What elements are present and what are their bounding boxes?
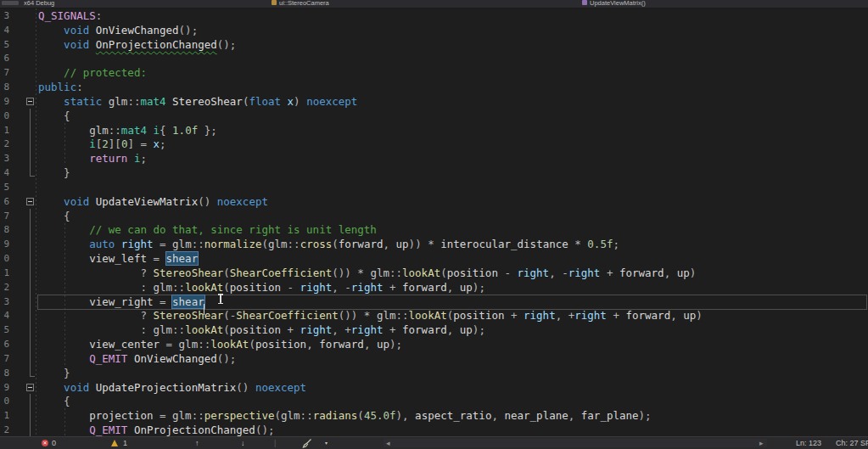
warning-icon[interactable] (111, 440, 118, 446)
code-line[interactable]: 2 Q_EMIT OnProjectionChanged(); (0, 423, 868, 437)
code-line[interactable]: 4 ? StereoShear(-ShearCoefficient()) * g… (0, 308, 868, 323)
code-line[interactable]: 9 static glm::mat4 StereoShear(float x) … (0, 94, 868, 109)
fold-region-line (30, 295, 31, 309)
code-line[interactable]: 7 { (0, 209, 868, 223)
fold-region-line (30, 209, 31, 223)
code-line[interactable]: 6 view_center = glm::lookAt(position, fo… (0, 337, 868, 351)
line-number[interactable]: 0 (0, 252, 9, 265)
line-number[interactable]: 6 (0, 52, 9, 65)
line-number[interactable]: 4 (0, 309, 9, 322)
scroll-left-arrow[interactable]: ◂ (386, 437, 390, 449)
code-line[interactable]: 2 : glm::lookAt(position - right, -right… (0, 280, 868, 295)
code-line[interactable]: 9 auto right = glm::normalize(glm::cross… (0, 237, 868, 251)
configuration-dropdown[interactable]: x64 Debug (24, 0, 54, 8)
line-indicator[interactable]: Ln: 123 (796, 437, 821, 449)
line-number[interactable]: 8 (0, 81, 9, 93)
cleanup-dropdown-arrow[interactable]: ▾ (325, 437, 328, 449)
fold-region-line (30, 308, 31, 323)
code-line[interactable]: 1 glm::mat4 i{ 1.0f }; (0, 123, 868, 138)
code-line[interactable]: 8 } (0, 366, 868, 380)
line-number[interactable]: 1 (0, 409, 9, 422)
scroll-right-arrow[interactable]: ▸ (759, 437, 764, 449)
line-number[interactable]: 9 (0, 238, 9, 250)
code-text: { (38, 394, 70, 408)
code-line[interactable]: 8public: (0, 80, 868, 94)
column-indicator[interactable]: Ch: 27 (836, 437, 859, 449)
line-number[interactable]: 1 (0, 124, 9, 137)
code-line[interactable]: 3Q_SIGNALS: (0, 8, 868, 23)
line-number[interactable]: 2 (0, 138, 9, 150)
code-line[interactable]: 5 void OnProjectionChanged(); (0, 37, 868, 52)
line-number[interactable]: 0 (0, 395, 9, 407)
code-line[interactable]: 3 view_right = shear (0, 295, 868, 309)
fold-region-line (30, 166, 31, 176)
line-number[interactable]: 5 (0, 181, 9, 194)
line-number[interactable]: 4 (0, 166, 9, 179)
code-text: } (38, 166, 70, 180)
line-number[interactable]: 2 (0, 424, 9, 436)
line-number[interactable]: 9 (0, 381, 9, 394)
class-icon (272, 0, 277, 5)
code-line[interactable]: 4 void OnViewChanged(); (0, 23, 868, 37)
code-line[interactable]: 0 { (0, 109, 868, 123)
line-number[interactable]: 2 (0, 281, 9, 294)
code-line[interactable]: 1 projection = glm::perspective(glm::rad… (0, 408, 868, 423)
code-line[interactable]: 0 view_left = shear (0, 251, 868, 266)
warning-count[interactable]: 1 (123, 437, 127, 449)
code-text: void OnProjectionChanged(); (38, 37, 236, 52)
line-number[interactable]: 3 (0, 9, 9, 22)
line-number[interactable]: 1 (0, 267, 9, 279)
fold-collapse-icon[interactable] (26, 198, 34, 205)
next-issue-button[interactable]: ↓ (241, 437, 245, 449)
code-text: void UpdateViewMatrix() noexcept (38, 194, 268, 209)
line-number[interactable]: 3 (0, 295, 9, 308)
code-line[interactable]: 5 : glm::lookAt(position + right, +right… (0, 323, 868, 337)
line-number[interactable]: 9 (0, 95, 9, 108)
fold-region-line (30, 109, 31, 123)
code-line[interactable]: 8 // we can do that, since right is unit… (0, 222, 868, 237)
code-line[interactable]: 3 return i; (0, 151, 868, 166)
fold-collapse-icon[interactable] (26, 98, 34, 105)
member-dropdown[interactable]: UpdateViewMatrix() (582, 0, 646, 8)
code-text: { (38, 109, 70, 123)
code-text: public: (38, 80, 83, 94)
error-icon[interactable]: ✕ (42, 440, 48, 446)
error-count[interactable]: 0 (52, 437, 56, 449)
fold-collapse-icon[interactable] (26, 384, 34, 391)
code-text: glm::mat4 i{ 1.0f }; (38, 123, 217, 138)
code-line[interactable]: 6 void UpdateViewMatrix() noexcept (0, 194, 868, 209)
line-number[interactable]: 7 (0, 352, 9, 365)
line-number[interactable]: 4 (0, 24, 9, 36)
code-text: auto right = glm::normalize(glm::cross(f… (38, 237, 619, 251)
code-line[interactable]: 7 Q_EMIT OnViewChanged(); (0, 351, 868, 366)
code-line[interactable]: 6 (0, 51, 868, 65)
line-number[interactable]: 5 (0, 38, 9, 51)
code-editor[interactable]: 3Q_SIGNALS:4 void OnViewChanged();5 void… (0, 8, 868, 437)
code-cleanup-broom-icon[interactable] (302, 439, 312, 449)
code-line[interactable]: 4 } (0, 166, 868, 180)
separator: | (274, 437, 276, 449)
horizontal-scrollbar[interactable] (384, 439, 767, 447)
code-line[interactable]: 7 // protected: (0, 65, 868, 80)
line-number[interactable]: 7 (0, 210, 9, 222)
line-number[interactable]: 8 (0, 367, 9, 379)
line-number[interactable]: 5 (0, 323, 9, 336)
code-text: // we can do that, since right is unit l… (38, 222, 377, 237)
line-number[interactable]: 6 (0, 338, 9, 351)
code-line[interactable]: 2 i[2][0] = x; (0, 137, 868, 151)
code-text: : glm::lookAt(position - right, -right +… (38, 280, 485, 295)
code-line[interactable]: 1 ? StereoShear(ShearCoefficient()) * gl… (0, 266, 868, 280)
line-number[interactable]: 6 (0, 195, 9, 208)
code-line[interactable]: 0 { (0, 394, 868, 408)
previous-issue-button[interactable]: ↑ (195, 437, 199, 449)
code-text: return i; (38, 151, 147, 166)
encoding-indicator[interactable]: SPC (860, 437, 868, 449)
line-number[interactable]: 7 (0, 66, 9, 79)
code-line[interactable]: 5 (0, 180, 868, 194)
line-number[interactable]: 0 (0, 109, 9, 122)
line-number[interactable]: 3 (0, 152, 9, 165)
class-dropdown[interactable]: ui::StereoCamera (272, 0, 329, 8)
line-number[interactable]: 8 (0, 223, 9, 236)
status-bar: ✕ 0 1 ↑ ↓ | ▾ ◂ ▸ Ln: 123 Ch: 27 SPC (0, 436, 868, 449)
code-line[interactable]: 9 void UpdateProjectionMatrix() noexcept (0, 380, 868, 395)
